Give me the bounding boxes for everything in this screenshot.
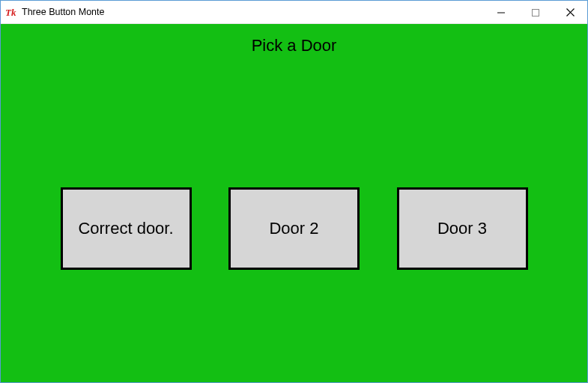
window-controls — [484, 1, 587, 24]
titlebar: Tk Three Button Monte — [1, 1, 587, 24]
svg-line-3 — [566, 9, 574, 16]
svg-line-4 — [566, 9, 574, 16]
minimize-button[interactable] — [484, 1, 518, 24]
close-button[interactable] — [553, 1, 587, 24]
prompt-label: Pick a Door — [1, 36, 587, 55]
window-title: Three Button Monte — [22, 7, 104, 17]
tk-icon: Tk — [5, 6, 17, 18]
door-2-button[interactable]: Door 2 — [228, 187, 360, 270]
client-area: Pick a Door Correct door. Door 2 Door 3 — [1, 24, 587, 382]
app-window: Tk Three Button Monte P — [0, 0, 588, 383]
door-row: Correct door. Door 2 Door 3 — [1, 187, 587, 270]
door-1-button[interactable]: Correct door. — [61, 187, 192, 270]
maximize-button[interactable] — [518, 1, 553, 24]
svg-rect-2 — [533, 9, 539, 16]
svg-text:Tk: Tk — [5, 7, 16, 18]
door-3-button[interactable]: Door 3 — [397, 187, 528, 270]
